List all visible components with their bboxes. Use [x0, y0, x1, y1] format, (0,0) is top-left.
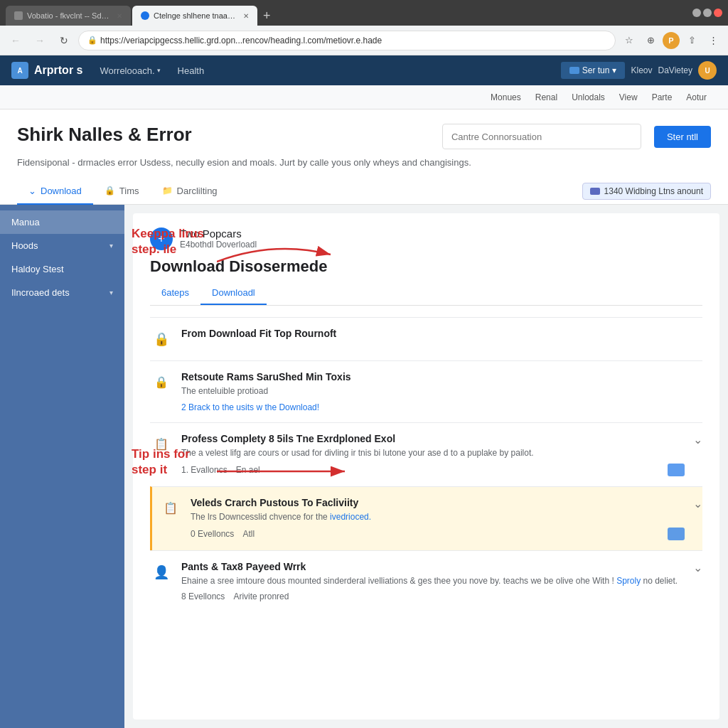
tab-action-label: 1340 Widbing Ltns anount [604, 186, 703, 196]
list-item-5-desc-end: no deliet. [641, 576, 678, 586]
tab-darclilting-label: Darclilting [177, 186, 218, 196]
list-item-1-icon: 🔒 [150, 328, 173, 350]
nav-item-worrelooach[interactable]: Worrelooach. ▾ [94, 63, 166, 79]
section-meta: E4bothdl Doverloadl [180, 240, 257, 250]
sidebar-item-ilncroaed[interactable]: Ilncroaed dets ▾ [0, 281, 124, 304]
sidebar-item-hoods[interactable]: Hoods ▾ [0, 234, 124, 257]
nav-item-worrelooach-chevron: ▾ [157, 67, 161, 74]
tab-action-icon [590, 188, 600, 195]
list-item-2-link[interactable]: 2 Brack to the usits w the Download! [181, 402, 319, 412]
sidebar: Manua Hoods ▾ Haldoy Stest Ilncroaed det… [0, 205, 124, 729]
tab-download-label: Download [41, 186, 82, 196]
tab-icon-1 [14, 11, 23, 20]
sub-nav-unlodals[interactable]: Unlodals [564, 88, 612, 107]
content-area: Manua Hoods ▾ Haldoy Stest Ilncroaed det… [0, 205, 728, 729]
header-link-davietey[interactable]: DaVietey [658, 65, 692, 75]
zoom-icon[interactable]: ⊕ [641, 31, 660, 50]
search-input[interactable] [451, 132, 632, 142]
list-item-2-title: Retsoute Rams SaruShed Min Toxis [181, 371, 702, 382]
list-item-4-action[interactable] [668, 528, 685, 540]
nav-item-health[interactable]: Health [172, 63, 210, 79]
list-item-5-stat1: 8 Evelloncs [181, 592, 225, 601]
list-item-4-stat2: Atll [242, 529, 255, 539]
tab-tims-label: Tims [119, 186, 139, 196]
nav-right: ☆ ⊕ P ⇧ ⋮ [620, 31, 722, 50]
sidebar-item-ilncroaed-chevron: ▾ [109, 289, 113, 296]
app-nav: Worrelooach. ▾ Health [94, 63, 560, 79]
content-tab-steps[interactable]: 6ateps [150, 282, 200, 305]
sub-nav: Monues Renal Unlodals View Parte Aotur [0, 85, 728, 109]
list-item-5-expand[interactable]: ⌄ [693, 561, 702, 574]
tab-action-button[interactable]: 1340 Widbing Ltns anount [582, 183, 711, 200]
section-icon: + [150, 228, 173, 250]
tab-tims[interactable]: 🔒 Tims [93, 178, 151, 205]
sidebar-item-manua[interactable]: Manua [0, 210, 124, 234]
sub-nav-aotur[interactable]: Aotur [679, 88, 714, 107]
sidebar-item-hoods-chevron: ▾ [109, 242, 113, 250]
profile-icon[interactable]: P [663, 32, 680, 49]
header-link-kleov[interactable]: Kleov [631, 65, 652, 75]
tab-download[interactable]: ⌄ Download [17, 178, 93, 205]
search-box[interactable] [442, 124, 641, 149]
section-name: Two Popcars [180, 228, 257, 240]
user-avatar[interactable]: U [698, 61, 717, 80]
list-item-3-expand[interactable]: ⌄ [693, 433, 702, 446]
page-subtitle: Fidensiponal - drmacles error Usdess, ne… [17, 156, 711, 170]
file-icon-4: 📋 [164, 501, 178, 515]
sidebar-item-manua-label: Manua [11, 217, 40, 228]
list-item-5-stat2: Arivite pronred [233, 592, 289, 601]
browser-tab-1[interactable]: Vobatio - fkvclnt -- Sdboands ✕ [6, 6, 131, 26]
settings-button[interactable]: Ser tun ▾ [561, 62, 626, 79]
close-icon[interactable] [714, 9, 722, 17]
refresh-button[interactable]: ↻ [54, 31, 74, 50]
sub-nav-parte[interactable]: Parte [645, 88, 680, 107]
share-icon[interactable]: ⇧ [682, 31, 701, 50]
back-button[interactable]: ← [6, 31, 26, 50]
settings-icon [569, 67, 579, 74]
person-icon: 👤 [154, 564, 169, 580]
list-item-3-desc: The a velest lifg are cours or usad for … [181, 446, 685, 459]
tab-close-1[interactable]: ✕ [117, 12, 122, 20]
list-item-3: 📋 Profess Complety 8 5ils Tne Exrdploned… [150, 422, 702, 486]
sub-nav-renal[interactable]: Renal [528, 88, 564, 107]
list-item-4-expand[interactable]: ⌄ [693, 497, 702, 510]
address-bar[interactable]: 🔒 https://veriapcipgecss.hellic.grd.opn.… [78, 31, 616, 50]
start-button[interactable]: Ster ntll [654, 126, 711, 148]
content-tab-download[interactable]: Downloadl [200, 282, 267, 305]
sidebar-item-haldoy-label: Haldoy Stest [11, 264, 64, 274]
section-info: Two Popcars E4bothdl Doverloadl [180, 228, 257, 250]
list-item-2-body: Retsoute Rams SaruShed Min Toxis The ent… [181, 371, 702, 412]
browser-tab-2[interactable]: Ctelnge shlhene tnaages.in... ✕ [132, 6, 257, 26]
minimize-icon[interactable] [692, 9, 701, 17]
sub-nav-view[interactable]: View [612, 88, 645, 107]
list-item-2-header: 🔒 Retsoute Rams SaruShed Min Toxis The e… [150, 371, 702, 412]
list-item-4-desc: The lrs Downcesslid chvence for the ived… [191, 510, 685, 523]
app-logo-text: A [17, 67, 22, 75]
star-icon[interactable]: ☆ [620, 31, 638, 50]
maximize-icon[interactable] [703, 9, 712, 17]
nav-item-worrelooach-label: Worrelooach. [100, 65, 154, 76]
url-text: https://veriapcipgecss.hellic.grd.opn...… [100, 36, 382, 46]
browser-nav: ← → ↻ 🔒 https://veriapcipgecss.hellic.gr… [0, 26, 728, 55]
list-item-5: 👤 Pants & Tax8 Payeed Wrrk Ehaine a sree… [150, 550, 702, 611]
sidebar-item-haldoy[interactable]: Haldoy Stest [0, 257, 124, 281]
list-item-1-body: From Download Fit Top Rournoft [181, 328, 702, 341]
tab-darclilting[interactable]: 📁 Darclilting [151, 178, 229, 205]
list-item-4-stat1: 0 Evelloncs [191, 529, 234, 539]
menu-icon[interactable]: ⋮ [704, 31, 722, 50]
browser-tab-new[interactable]: + [259, 6, 280, 26]
app-header: A Arprtor s Worrelooach. ▾ Health Ser tu… [0, 55, 728, 85]
list-item-5-link[interactable]: Sproly [616, 576, 641, 586]
settings-label: Ser tun [582, 65, 610, 75]
section-icon-text: + [158, 232, 164, 245]
forward-button[interactable]: → [30, 31, 50, 50]
list-item-4-desc-link[interactable]: ivedrioced. [330, 512, 371, 522]
main-content: + Two Popcars E4bothdl Doverloadl Downlo… [133, 213, 719, 720]
sidebar-item-ilncroaed-label: Ilncroaed dets [11, 287, 70, 298]
sub-nav-monues[interactable]: Monues [483, 88, 528, 107]
lock-icon: 🔒 [105, 186, 115, 196]
content-tabs: 6ateps Downloadl [150, 282, 702, 306]
list-item-3-action[interactable] [668, 464, 685, 476]
tab-close-2[interactable]: ✕ [243, 12, 249, 20]
list-item-5-footer: 8 Evelloncs Arivite pronred [181, 592, 685, 601]
